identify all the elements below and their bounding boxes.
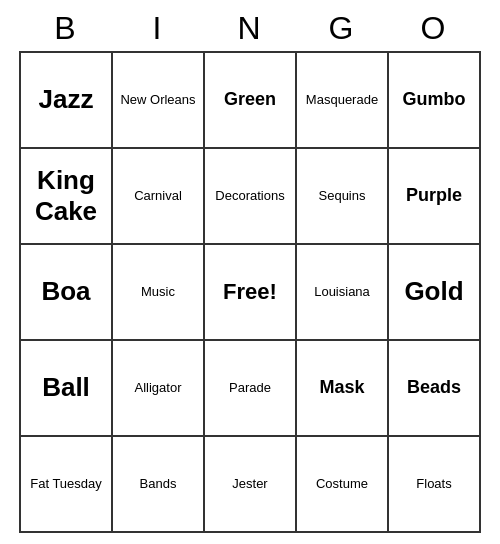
cell-0-2: Green [205,53,297,149]
bingo-header: BINGO [20,10,480,47]
cell-text: Mask [319,377,364,399]
cell-3-3: Mask [297,341,389,437]
cell-0-4: Gumbo [389,53,481,149]
cell-text: New Orleans [120,92,195,108]
header-letter: B [20,10,112,47]
cell-3-0: Ball [21,341,113,437]
cell-2-2: Free! [205,245,297,341]
cell-text: Louisiana [314,284,370,300]
cell-0-3: Masquerade [297,53,389,149]
cell-text: Jester [232,476,267,492]
cell-text: Masquerade [306,92,378,108]
cell-4-3: Costume [297,437,389,533]
cell-text: Boa [41,276,90,307]
cell-1-1: Carnival [113,149,205,245]
cell-2-4: Gold [389,245,481,341]
cell-1-0: King Cake [21,149,113,245]
cell-text: Music [141,284,175,300]
cell-1-3: Sequins [297,149,389,245]
cell-text: Sequins [319,188,366,204]
cell-3-2: Parade [205,341,297,437]
cell-text: Carnival [134,188,182,204]
cell-1-2: Decorations [205,149,297,245]
cell-3-1: Alligator [113,341,205,437]
cell-text: King Cake [25,165,107,227]
cell-text: Gumbo [403,89,466,111]
cell-4-0: Fat Tuesday [21,437,113,533]
cell-3-4: Beads [389,341,481,437]
cell-4-1: Bands [113,437,205,533]
cell-4-2: Jester [205,437,297,533]
cell-text: Parade [229,380,271,396]
cell-0-0: Jazz [21,53,113,149]
cell-text: Free! [223,279,277,305]
cell-text: Purple [406,185,462,207]
header-letter: I [112,10,204,47]
bingo-grid: JazzNew OrleansGreenMasqueradeGumboKing … [19,51,481,533]
cell-0-1: New Orleans [113,53,205,149]
cell-text: Jazz [39,84,94,115]
header-letter: O [388,10,480,47]
cell-text: Decorations [215,188,284,204]
cell-2-3: Louisiana [297,245,389,341]
cell-1-4: Purple [389,149,481,245]
cell-text: Green [224,89,276,111]
cell-text: Floats [416,476,451,492]
cell-text: Gold [404,276,463,307]
cell-text: Beads [407,377,461,399]
cell-text: Costume [316,476,368,492]
cell-2-0: Boa [21,245,113,341]
header-letter: N [204,10,296,47]
cell-text: Fat Tuesday [30,476,102,492]
header-letter: G [296,10,388,47]
cell-text: Ball [42,372,90,403]
cell-2-1: Music [113,245,205,341]
cell-4-4: Floats [389,437,481,533]
cell-text: Alligator [135,380,182,396]
cell-text: Bands [140,476,177,492]
